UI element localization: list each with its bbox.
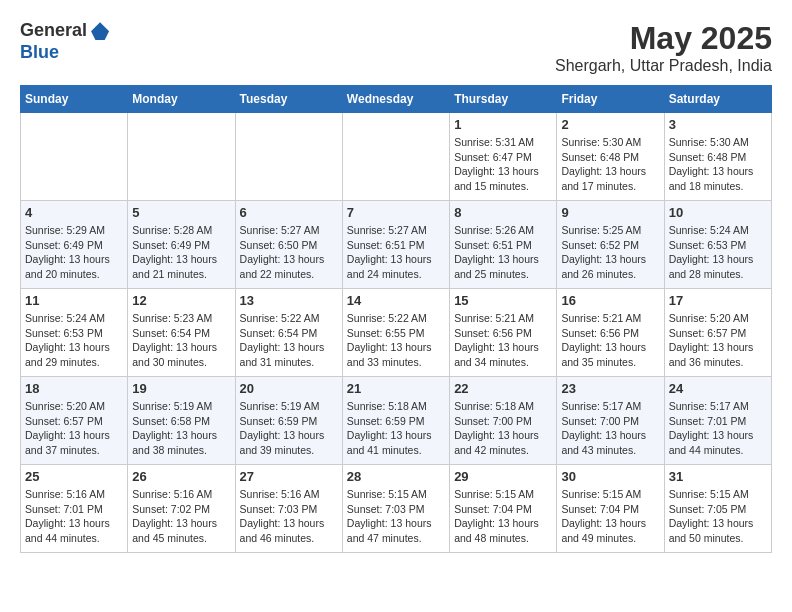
cell-date: 11: [25, 293, 123, 308]
month-title: May 2025: [555, 20, 772, 57]
calendar-cell: 12Sunrise: 5:23 AMSunset: 6:54 PMDayligh…: [128, 289, 235, 377]
cell-date: 9: [561, 205, 659, 220]
cell-content: Sunrise: 5:16 AMSunset: 7:03 PMDaylight:…: [240, 487, 338, 546]
cell-date: 22: [454, 381, 552, 396]
cell-content: Sunrise: 5:16 AMSunset: 7:02 PMDaylight:…: [132, 487, 230, 546]
cell-content: Sunrise: 5:15 AMSunset: 7:04 PMDaylight:…: [454, 487, 552, 546]
day-header-sunday: Sunday: [21, 86, 128, 113]
calendar-week-4: 18Sunrise: 5:20 AMSunset: 6:57 PMDayligh…: [21, 377, 772, 465]
cell-date: 13: [240, 293, 338, 308]
cell-content: Sunrise: 5:24 AMSunset: 6:53 PMDaylight:…: [25, 311, 123, 370]
cell-date: 18: [25, 381, 123, 396]
calendar-week-2: 4Sunrise: 5:29 AMSunset: 6:49 PMDaylight…: [21, 201, 772, 289]
day-header-monday: Monday: [128, 86, 235, 113]
calendar-header-row: SundayMondayTuesdayWednesdayThursdayFrid…: [21, 86, 772, 113]
cell-date: 29: [454, 469, 552, 484]
cell-content: Sunrise: 5:31 AMSunset: 6:47 PMDaylight:…: [454, 135, 552, 194]
day-header-thursday: Thursday: [450, 86, 557, 113]
cell-content: Sunrise: 5:17 AMSunset: 7:00 PMDaylight:…: [561, 399, 659, 458]
cell-date: 4: [25, 205, 123, 220]
cell-date: 3: [669, 117, 767, 132]
cell-date: 7: [347, 205, 445, 220]
cell-content: Sunrise: 5:16 AMSunset: 7:01 PMDaylight:…: [25, 487, 123, 546]
cell-date: 2: [561, 117, 659, 132]
cell-date: 31: [669, 469, 767, 484]
title-area: May 2025 Shergarh, Uttar Pradesh, India: [555, 20, 772, 75]
cell-content: Sunrise: 5:19 AMSunset: 6:58 PMDaylight:…: [132, 399, 230, 458]
day-header-friday: Friday: [557, 86, 664, 113]
cell-content: Sunrise: 5:21 AMSunset: 6:56 PMDaylight:…: [561, 311, 659, 370]
cell-content: Sunrise: 5:22 AMSunset: 6:55 PMDaylight:…: [347, 311, 445, 370]
cell-date: 12: [132, 293, 230, 308]
calendar-cell: [235, 113, 342, 201]
calendar-cell: 11Sunrise: 5:24 AMSunset: 6:53 PMDayligh…: [21, 289, 128, 377]
calendar-cell: 15Sunrise: 5:21 AMSunset: 6:56 PMDayligh…: [450, 289, 557, 377]
calendar-cell: [128, 113, 235, 201]
calendar-cell: 18Sunrise: 5:20 AMSunset: 6:57 PMDayligh…: [21, 377, 128, 465]
calendar-cell: 23Sunrise: 5:17 AMSunset: 7:00 PMDayligh…: [557, 377, 664, 465]
calendar-week-3: 11Sunrise: 5:24 AMSunset: 6:53 PMDayligh…: [21, 289, 772, 377]
cell-date: 10: [669, 205, 767, 220]
cell-date: 1: [454, 117, 552, 132]
cell-date: 21: [347, 381, 445, 396]
cell-date: 25: [25, 469, 123, 484]
calendar-cell: 30Sunrise: 5:15 AMSunset: 7:04 PMDayligh…: [557, 465, 664, 553]
calendar-cell: 29Sunrise: 5:15 AMSunset: 7:04 PMDayligh…: [450, 465, 557, 553]
calendar-cell: 9Sunrise: 5:25 AMSunset: 6:52 PMDaylight…: [557, 201, 664, 289]
cell-date: 14: [347, 293, 445, 308]
cell-content: Sunrise: 5:22 AMSunset: 6:54 PMDaylight:…: [240, 311, 338, 370]
calendar-cell: 2Sunrise: 5:30 AMSunset: 6:48 PMDaylight…: [557, 113, 664, 201]
cell-content: Sunrise: 5:19 AMSunset: 6:59 PMDaylight:…: [240, 399, 338, 458]
calendar-cell: 28Sunrise: 5:15 AMSunset: 7:03 PMDayligh…: [342, 465, 449, 553]
cell-content: Sunrise: 5:20 AMSunset: 6:57 PMDaylight:…: [25, 399, 123, 458]
calendar-cell: 20Sunrise: 5:19 AMSunset: 6:59 PMDayligh…: [235, 377, 342, 465]
logo-icon: [91, 22, 109, 40]
cell-content: Sunrise: 5:21 AMSunset: 6:56 PMDaylight:…: [454, 311, 552, 370]
calendar-cell: [342, 113, 449, 201]
calendar-cell: 21Sunrise: 5:18 AMSunset: 6:59 PMDayligh…: [342, 377, 449, 465]
cell-content: Sunrise: 5:30 AMSunset: 6:48 PMDaylight:…: [669, 135, 767, 194]
calendar-cell: 26Sunrise: 5:16 AMSunset: 7:02 PMDayligh…: [128, 465, 235, 553]
calendar-cell: 24Sunrise: 5:17 AMSunset: 7:01 PMDayligh…: [664, 377, 771, 465]
cell-content: Sunrise: 5:18 AMSunset: 7:00 PMDaylight:…: [454, 399, 552, 458]
calendar-cell: 10Sunrise: 5:24 AMSunset: 6:53 PMDayligh…: [664, 201, 771, 289]
logo-blue: Blue: [20, 42, 109, 64]
cell-date: 19: [132, 381, 230, 396]
calendar-cell: 25Sunrise: 5:16 AMSunset: 7:01 PMDayligh…: [21, 465, 128, 553]
calendar-cell: 13Sunrise: 5:22 AMSunset: 6:54 PMDayligh…: [235, 289, 342, 377]
calendar-cell: 7Sunrise: 5:27 AMSunset: 6:51 PMDaylight…: [342, 201, 449, 289]
calendar-cell: 14Sunrise: 5:22 AMSunset: 6:55 PMDayligh…: [342, 289, 449, 377]
cell-content: Sunrise: 5:15 AMSunset: 7:05 PMDaylight:…: [669, 487, 767, 546]
cell-date: 23: [561, 381, 659, 396]
calendar-week-1: 1Sunrise: 5:31 AMSunset: 6:47 PMDaylight…: [21, 113, 772, 201]
calendar-cell: [21, 113, 128, 201]
calendar-cell: 19Sunrise: 5:19 AMSunset: 6:58 PMDayligh…: [128, 377, 235, 465]
calendar-cell: 8Sunrise: 5:26 AMSunset: 6:51 PMDaylight…: [450, 201, 557, 289]
cell-content: Sunrise: 5:26 AMSunset: 6:51 PMDaylight:…: [454, 223, 552, 282]
calendar-cell: 1Sunrise: 5:31 AMSunset: 6:47 PMDaylight…: [450, 113, 557, 201]
logo: General Blue: [20, 20, 109, 63]
cell-date: 5: [132, 205, 230, 220]
cell-date: 30: [561, 469, 659, 484]
cell-date: 17: [669, 293, 767, 308]
calendar-cell: 27Sunrise: 5:16 AMSunset: 7:03 PMDayligh…: [235, 465, 342, 553]
logo-general: General: [20, 20, 87, 40]
calendar-cell: 5Sunrise: 5:28 AMSunset: 6:49 PMDaylight…: [128, 201, 235, 289]
day-header-wednesday: Wednesday: [342, 86, 449, 113]
cell-content: Sunrise: 5:15 AMSunset: 7:04 PMDaylight:…: [561, 487, 659, 546]
calendar-cell: 3Sunrise: 5:30 AMSunset: 6:48 PMDaylight…: [664, 113, 771, 201]
cell-date: 16: [561, 293, 659, 308]
cell-content: Sunrise: 5:20 AMSunset: 6:57 PMDaylight:…: [669, 311, 767, 370]
day-header-saturday: Saturday: [664, 86, 771, 113]
calendar-cell: 16Sunrise: 5:21 AMSunset: 6:56 PMDayligh…: [557, 289, 664, 377]
calendar-week-5: 25Sunrise: 5:16 AMSunset: 7:01 PMDayligh…: [21, 465, 772, 553]
cell-date: 24: [669, 381, 767, 396]
cell-content: Sunrise: 5:18 AMSunset: 6:59 PMDaylight:…: [347, 399, 445, 458]
cell-content: Sunrise: 5:25 AMSunset: 6:52 PMDaylight:…: [561, 223, 659, 282]
cell-date: 20: [240, 381, 338, 396]
cell-content: Sunrise: 5:17 AMSunset: 7:01 PMDaylight:…: [669, 399, 767, 458]
cell-date: 8: [454, 205, 552, 220]
cell-content: Sunrise: 5:24 AMSunset: 6:53 PMDaylight:…: [669, 223, 767, 282]
cell-date: 26: [132, 469, 230, 484]
cell-date: 28: [347, 469, 445, 484]
